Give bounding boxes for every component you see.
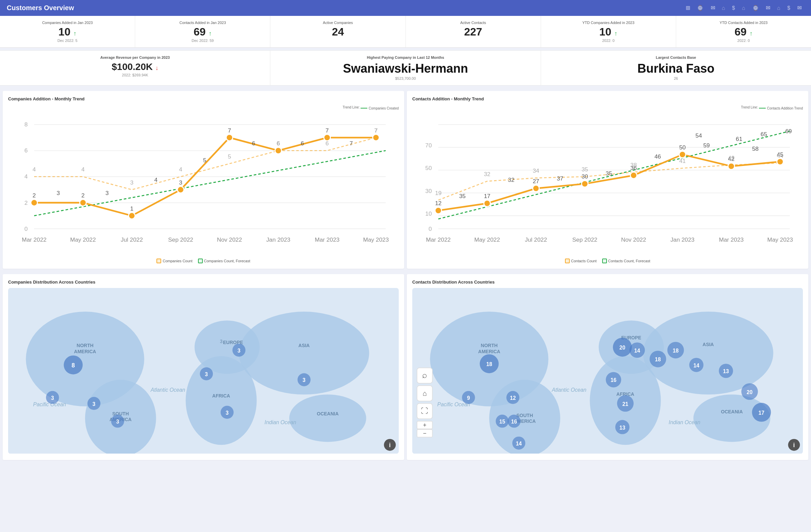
svg-text:0: 0: [428, 225, 432, 232]
svg-text:46: 46: [655, 153, 661, 159]
svg-text:20: 20: [619, 345, 626, 350]
svg-text:13: 13: [723, 368, 729, 374]
svg-text:3: 3: [116, 419, 119, 425]
svg-text:70: 70: [426, 142, 432, 149]
svg-point-74: [728, 163, 734, 169]
svg-text:⛶: ⛶: [421, 407, 428, 415]
svg-text:35: 35: [606, 170, 612, 177]
svg-text:6: 6: [325, 140, 329, 147]
legend-contacts-forecast: Contacts Count, Forecast: [602, 259, 651, 263]
svg-text:Mar 2023: Mar 2023: [719, 236, 744, 243]
mid-sub-2: 26: [548, 76, 804, 80]
top-metrics-row: Companies Added in Jan 2023 10 ↑ Dec 202…: [0, 16, 811, 48]
svg-text:7: 7: [325, 127, 329, 134]
svg-text:Mar 2022: Mar 2022: [426, 236, 450, 243]
svg-text:1: 1: [130, 205, 134, 212]
page-title: Customers Overview: [7, 4, 74, 12]
metric-sub-5: 2022: 0: [683, 39, 804, 43]
svg-text:3: 3: [130, 179, 134, 185]
svg-text:61: 61: [736, 135, 743, 142]
svg-text:AFRICA: AFRICA: [212, 393, 230, 398]
svg-text:7: 7: [350, 140, 353, 147]
svg-text:3: 3: [57, 189, 60, 196]
svg-text:50: 50: [426, 165, 432, 171]
svg-text:Jul 2022: Jul 2022: [525, 236, 547, 243]
companies-chart-legend: Companies Count Companies Count, Forecas…: [8, 259, 399, 263]
svg-text:15: 15: [499, 419, 505, 425]
svg-text:3: 3: [226, 410, 229, 415]
contacts-chart-card: Contacts Addition - Monthly Trend Trend …: [407, 91, 808, 268]
svg-point-17: [178, 186, 184, 193]
svg-text:44: 44: [777, 152, 784, 159]
arrow-up-icon: ↑: [750, 30, 752, 37]
svg-text:69: 69: [785, 127, 792, 134]
svg-text:Indian Ocean: Indian Ocean: [669, 419, 701, 425]
svg-text:4: 4: [179, 166, 183, 173]
svg-line-61: [438, 131, 790, 219]
metric-companies-jan: Companies Added in Jan 2023 10 ↑ Dec 202…: [0, 16, 135, 47]
svg-point-66: [533, 185, 539, 191]
svg-text:8: 8: [24, 121, 28, 128]
svg-text:OCEANIA: OCEANIA: [721, 409, 743, 414]
contacts-map-title: Contacts Distribution Across Countries: [412, 279, 803, 285]
contacts-trend-line-label: Contacts Addition Trend: [759, 106, 803, 110]
mid-sub-0: 2022: $269.94K: [7, 73, 263, 77]
svg-text:50: 50: [679, 143, 686, 150]
arrow-up-icon: ↑: [73, 30, 76, 37]
metric-label-2: Active Companies: [277, 20, 398, 25]
legend-label-contacts-forecast: Contacts Count, Forecast: [608, 259, 651, 263]
mid-card-revenue: Average Revenue per Company in 2023 $100…: [0, 51, 270, 85]
companies-chart-title: Companies Addition - Monthly Trend: [8, 96, 399, 102]
svg-text:7: 7: [228, 127, 231, 134]
svg-text:5: 5: [203, 157, 206, 164]
svg-text:41: 41: [679, 157, 686, 164]
svg-text:20: 20: [747, 389, 753, 395]
svg-point-25: [373, 134, 379, 141]
svg-text:2: 2: [32, 192, 36, 199]
svg-text:Atlantic Ocean: Atlantic Ocean: [551, 387, 587, 392]
svg-text:38: 38: [630, 161, 637, 168]
legend-box-orange: [156, 259, 161, 263]
svg-text:AMERICA: AMERICA: [74, 348, 96, 354]
svg-text:32: 32: [484, 170, 490, 177]
svg-text:35: 35: [459, 193, 466, 199]
svg-text:Mar 2022: Mar 2022: [21, 236, 46, 243]
svg-text:14: 14: [634, 348, 640, 353]
svg-text:8: 8: [72, 362, 75, 368]
metric-value-5: 69 ↑: [683, 26, 804, 38]
svg-text:Mar 2023: Mar 2023: [315, 236, 339, 243]
page-header: Customers Overview ⊞ ⌚ ✉ ⌂ $ ⌂ ⌚ ✉ ⌂ $ ✉: [0, 0, 811, 16]
svg-text:3: 3: [105, 189, 109, 196]
svg-text:21: 21: [623, 401, 628, 407]
mid-label-2: Largest Contacts Base: [548, 56, 804, 60]
trend-label: Trend Line:: [343, 105, 361, 109]
arrow-up-icon: ↑: [209, 30, 212, 37]
trend-line-label: Companies Created: [361, 106, 399, 110]
mid-sub-1: $523,700.00: [277, 76, 534, 80]
svg-text:4: 4: [154, 177, 158, 183]
svg-text:12: 12: [510, 395, 516, 401]
arrow-up-icon: ↑: [614, 30, 617, 37]
mid-value-1: Swaniawski-Hermann: [277, 61, 534, 76]
mid-card-largest: Largest Contacts Base Burkina Faso 26: [541, 51, 811, 85]
svg-text:9: 9: [467, 395, 470, 401]
svg-text:i: i: [793, 442, 795, 449]
contacts-map-container: Pacific Ocean Atlantic Ocean Indian Ocea…: [412, 288, 803, 455]
svg-text:17: 17: [759, 410, 765, 415]
svg-text:−: −: [423, 430, 426, 437]
legend-companies-count: Companies Count: [156, 259, 192, 263]
companies-map-svg: Pacific Ocean Atlantic Ocean Indian Ocea…: [8, 288, 399, 454]
svg-line-10: [34, 150, 385, 216]
svg-text:14: 14: [516, 440, 522, 446]
mid-value-2: Burkina Faso: [548, 61, 804, 76]
metric-ytd-contacts: YTD Contacts Added in 2023 69 ↑ 2022: 0: [676, 16, 811, 47]
svg-point-13: [80, 199, 86, 206]
svg-text:NORTH: NORTH: [77, 343, 94, 348]
svg-text:+: +: [423, 422, 426, 428]
svg-point-68: [582, 181, 588, 187]
svg-text:19: 19: [435, 189, 441, 196]
mid-label-1: Highest Paying Company in Last 12 Months: [277, 56, 534, 60]
svg-text:AMERICA: AMERICA: [478, 348, 500, 354]
contacts-trend-dash: [759, 108, 766, 108]
metric-label-4: YTD Companies Added in 2023: [548, 20, 669, 25]
